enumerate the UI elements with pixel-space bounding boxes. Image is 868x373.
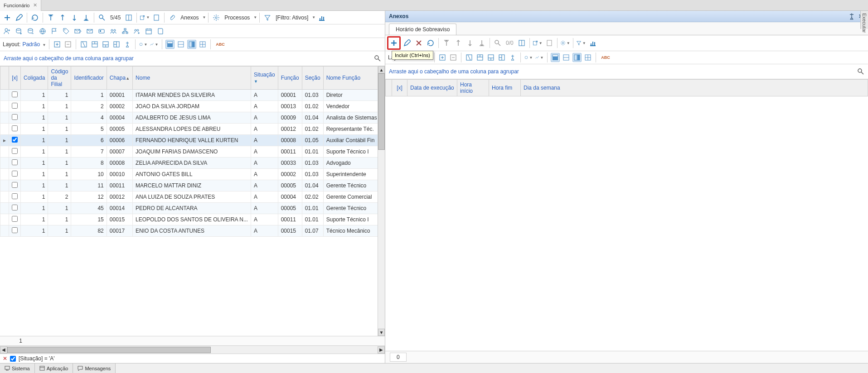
next-icon[interactable] [69,12,80,23]
view-single-icon[interactable] [165,40,175,49]
table-row[interactable]: 1 1 15 00015 LEOPOLDO DOS SANTOS DE OLIV… [0,214,378,225]
expand-remove-icon[interactable] [63,40,73,49]
row-checkbox[interactable] [12,159,18,165]
col-filial[interactable]: Código da Filial [48,67,71,90]
group-hint[interactable]: Arraste aqui o cabeçalho de uma coluna p… [389,68,519,75]
col-nome-funcao[interactable]: Nome Função [323,67,378,90]
export-icon[interactable]: ▼ [532,38,543,48]
table-row[interactable]: 1 1 8 00008 ZELIA APARECIDA DA SILVA A 0… [0,158,378,169]
row-checkbox[interactable] [12,216,18,222]
calendar-icon[interactable] [143,26,154,37]
gear-icon[interactable] [211,12,222,23]
col-check[interactable]: [x] [392,80,407,96]
col-check[interactable]: [x] [9,67,21,90]
layout-padrao[interactable]: Padrão ▼ [22,41,46,48]
table-row[interactable]: 1 2 12 00012 ANA LUIZA DE SOUZA PRATES A… [0,191,378,203]
view-hsplit-icon[interactable] [176,40,185,49]
trend-icon[interactable]: ▼ [150,40,159,49]
scroll-up-icon[interactable]: ▲ [378,66,385,73]
scroll-thumb-h[interactable] [7,347,211,353]
tab-funcionario[interactable]: Funcionário ✕ [0,0,41,11]
mail-icon[interactable] [84,26,95,37]
row-checkbox[interactable] [12,114,18,120]
row-checkbox[interactable] [12,182,18,188]
pin-icon[interactable] [848,13,855,20]
org-icon[interactable] [120,26,131,37]
db-remove-icon[interactable] [25,26,36,37]
table-row[interactable]: 1 1 10 00010 ANTONIO GATES BILL A 00002 … [0,169,378,180]
layout-icon-1[interactable] [79,40,88,49]
layout-icon-2[interactable] [90,40,99,49]
col-identificador[interactable]: Identificador [71,67,107,90]
row-checkbox[interactable] [12,171,18,177]
abc-icon[interactable]: ABC [599,53,612,62]
layout-icon-3[interactable] [101,40,110,49]
row-checkbox[interactable] [12,193,18,199]
chevron-down-icon[interactable]: ▼ [312,15,315,19]
table-row[interactable]: 1 1 5 00005 ALESSANDRA LOPES DE ABREU A … [0,124,378,135]
filter-checkbox[interactable] [10,356,16,362]
view-grid-icon[interactable] [583,53,592,62]
circle-icon[interactable]: ▼ [139,40,148,49]
row-checkbox[interactable] [12,205,18,210]
view-vsplit-icon[interactable] [572,53,582,62]
pin-icon[interactable] [508,53,517,62]
columns-icon[interactable] [516,38,527,48]
refresh-icon[interactable] [29,12,40,23]
row-checkbox[interactable] [12,227,18,233]
table-row[interactable]: 1 1 11 00011 MARCELO MATTAR DINIZ A 0000… [0,180,378,191]
employees-grid[interactable]: [x] Coligada Código da Filial Identifica… [0,66,378,237]
table-row[interactable]: ▸ 1 1 6 00006 FERNANDO HENRIQUE VALLE KU… [0,135,378,146]
refresh-icon[interactable] [425,38,436,48]
vertical-scrollbar[interactable]: ▲ ▼ [378,66,385,336]
col-hora-inicio[interactable]: Hora início [457,80,489,96]
tag-icon[interactable] [61,26,72,37]
row-checkbox[interactable] [12,91,18,97]
book-icon[interactable] [155,26,166,37]
col-secao[interactable]: Seção [302,67,323,90]
view-vsplit-icon[interactable] [187,40,196,49]
table-row[interactable]: 1 1 2 00002 JOAO DA SILVA JORDAM A 00013… [0,101,378,112]
col-data-exec[interactable]: Data de execução [407,80,457,96]
right-grid[interactable]: [x] Data de execução Hora início Hora fi… [385,79,868,96]
chevron-down-icon[interactable]: ▼ [253,15,257,19]
col-funcao[interactable]: Função [278,67,302,90]
chevron-down-icon[interactable]: ▼ [202,15,206,19]
db-add-icon[interactable] [14,26,24,37]
expand-add-icon[interactable] [53,40,62,49]
status-tab-aplicacao[interactable]: Aplicação [35,363,73,373]
group-add-icon[interactable] [131,26,142,37]
circle-icon[interactable]: ▼ [524,53,533,62]
last-icon[interactable] [476,38,487,48]
table-row[interactable]: 1 1 82 00017 ENIO DA COSTA ANTUNES A 000… [0,225,378,237]
col-dia-semana[interactable]: Dia da semana [521,80,868,96]
scroll-down-icon[interactable]: ▼ [378,329,385,336]
doc-icon[interactable] [151,12,162,23]
chart-icon[interactable] [587,38,598,48]
col-situacao[interactable]: Situação ▼ [251,67,278,90]
row-checkbox[interactable] [12,148,18,154]
view-hsplit-icon[interactable] [562,53,571,62]
last-icon[interactable] [81,12,92,23]
row-checkbox[interactable] [12,125,18,131]
mail-out-icon[interactable] [73,26,83,37]
search-icon[interactable] [97,12,107,23]
layout-icon-4[interactable] [112,40,121,49]
group-hint[interactable]: Arraste aqui o cabeçalho de uma coluna p… [4,55,134,62]
group-icon[interactable] [108,26,119,37]
horizontal-scrollbar[interactable]: ◀ ▶ [0,345,385,354]
grid-search-icon[interactable] [374,55,381,62]
delete-icon[interactable] [413,38,424,48]
trend-icon[interactable]: ▼ [535,53,544,62]
table-row[interactable]: 1 1 1 00001 ITAMAR MENDES DA SILVEIRA A … [0,90,378,101]
table-row[interactable]: 1 1 45 00014 PEDRO DE ALCANTARA A 00005 … [0,203,378,214]
processos-button[interactable]: Processos [223,14,252,21]
row-checkbox[interactable] [12,137,18,143]
scroll-right-icon[interactable]: ▶ [378,346,385,354]
scroll-thumb[interactable] [378,73,385,150]
tab-horario-sobreaviso[interactable]: Horário de Sobreaviso [389,24,456,35]
edit-icon[interactable] [402,38,412,48]
filter-label[interactable]: [Filtro: Ativos] [274,14,310,21]
export-icon[interactable]: ▼ [139,12,150,23]
filter-icon[interactable] [262,12,273,23]
